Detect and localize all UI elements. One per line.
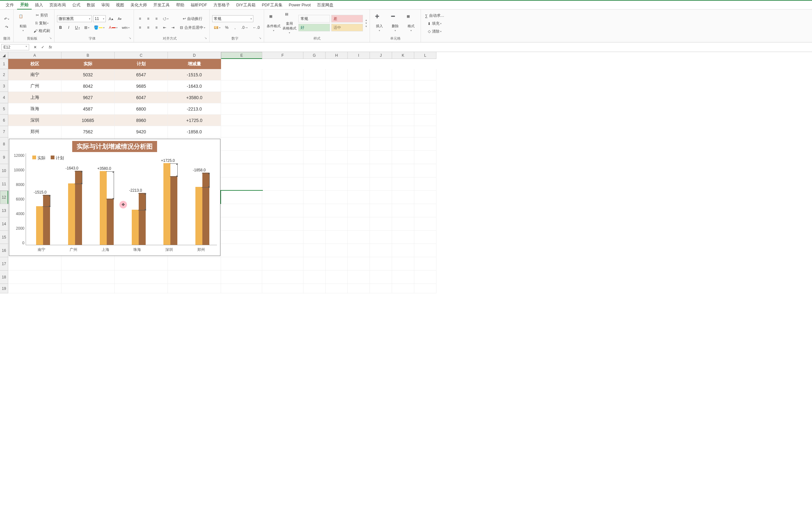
bar-actual[interactable] [195, 187, 202, 245]
cell[interactable] [61, 271, 115, 284]
cell[interactable] [168, 271, 221, 284]
row-header-3[interactable]: 3 [0, 81, 8, 92]
cell[interactable] [370, 217, 392, 231]
chart[interactable]: 实际与计划增减情况分析图120001000080006000400020000实… [9, 139, 221, 256]
cell[interactable] [392, 126, 414, 138]
tab-DIY工具箱[interactable]: DIY工具箱 [233, 1, 259, 9]
row-header-4[interactable]: 4 [0, 92, 8, 103]
table-cell[interactable]: 8042 [61, 81, 115, 92]
cell[interactable] [303, 103, 325, 115]
table-cell[interactable]: 深圳 [8, 115, 61, 126]
cell[interactable] [370, 115, 392, 126]
table-cell[interactable]: -1643.0 [168, 81, 221, 92]
cell[interactable] [262, 92, 303, 103]
row-header-19[interactable]: 19 [0, 284, 8, 293]
cell[interactable] [348, 126, 370, 138]
italic-button[interactable]: I [65, 24, 72, 31]
align-bottom-button[interactable]: ≡ [153, 15, 160, 22]
bar-plan[interactable] [202, 173, 209, 245]
bold-button[interactable]: B [57, 24, 64, 31]
cell[interactable] [8, 257, 61, 271]
table-cell[interactable]: -1515.0 [168, 69, 221, 81]
tab-文件[interactable]: 文件 [3, 1, 17, 9]
bar-plan[interactable] [170, 176, 177, 245]
cell[interactable] [262, 217, 303, 231]
table-cell[interactable]: 南宁 [8, 69, 61, 81]
cell[interactable] [370, 103, 392, 115]
increase-decimal-button[interactable]: .0→ [240, 24, 250, 31]
style-normal[interactable]: 常规 [298, 15, 330, 23]
table-header[interactable]: 计划 [115, 59, 168, 69]
cell[interactable] [262, 151, 303, 164]
cell[interactable] [348, 284, 370, 293]
cell[interactable] [325, 69, 348, 81]
cell[interactable] [370, 244, 392, 257]
autosum-button[interactable]: ∑ 自动求… [424, 13, 446, 19]
cell[interactable] [325, 138, 348, 151]
cell[interactable] [414, 177, 436, 191]
tab-数据[interactable]: 数据 [84, 1, 98, 9]
cell[interactable] [370, 126, 392, 138]
cell[interactable] [168, 257, 221, 271]
increase-font-button[interactable]: A▴ [107, 15, 115, 22]
cell[interactable] [325, 244, 348, 257]
cell[interactable] [348, 244, 370, 257]
cell[interactable] [414, 231, 436, 244]
cell[interactable] [348, 204, 370, 217]
cell[interactable] [262, 81, 303, 92]
cell[interactable] [221, 69, 262, 81]
cell[interactable] [8, 271, 61, 284]
cell[interactable] [303, 204, 325, 217]
cell[interactable] [262, 126, 303, 138]
cell[interactable] [392, 244, 414, 257]
table-cell[interactable]: 4587 [61, 103, 115, 115]
cell[interactable] [303, 151, 325, 164]
table-header[interactable]: 校区 [8, 59, 61, 69]
cell[interactable] [392, 69, 414, 81]
decrease-decimal-button[interactable]: ←.0 [251, 24, 261, 31]
cancel-formula-button[interactable]: ✕ [32, 44, 39, 51]
redo-button[interactable]: ↷ [3, 24, 11, 31]
tab-百度网盘[interactable]: 百度网盘 [314, 1, 337, 9]
row-header-9[interactable]: 9 [0, 151, 8, 164]
cell-styles-gallery[interactable]: 常规 差 好 适中 [298, 15, 363, 31]
table-format-button[interactable]: ▤ 套用 表格格式▾ [283, 12, 296, 34]
row-header-10[interactable]: 10 [0, 164, 8, 177]
cell[interactable] [414, 126, 436, 138]
col-header-H[interactable]: H [325, 52, 348, 59]
accept-formula-button[interactable]: ✓ [39, 44, 46, 51]
cell[interactable] [115, 271, 168, 284]
cell[interactable] [370, 92, 392, 103]
merge-center-button[interactable]: ⊟ 合并后居中 [178, 24, 207, 31]
cell[interactable] [325, 151, 348, 164]
row-header-2[interactable]: 2 [0, 69, 8, 81]
cell[interactable] [348, 81, 370, 92]
cell[interactable] [414, 244, 436, 257]
style-bad[interactable]: 差 [331, 15, 363, 23]
cell[interactable] [414, 151, 436, 164]
cell[interactable] [348, 92, 370, 103]
cell[interactable] [325, 115, 348, 126]
cell[interactable] [392, 138, 414, 151]
cell[interactable] [348, 138, 370, 151]
cell[interactable] [221, 191, 262, 204]
table-header[interactable]: 实际 [61, 59, 115, 69]
insert-cells-button[interactable]: ➕插入▾ [372, 12, 386, 34]
cell[interactable] [392, 92, 414, 103]
cell[interactable] [221, 271, 262, 284]
table-cell[interactable]: 广州 [8, 81, 61, 92]
cell[interactable] [370, 164, 392, 177]
number-launcher-icon[interactable]: ↘ [258, 36, 261, 39]
tab-美化大师[interactable]: 美化大师 [127, 1, 150, 9]
cell[interactable] [221, 92, 262, 103]
cell[interactable] [303, 69, 325, 81]
font-size-select[interactable]: 11 ▾ [93, 15, 106, 22]
cell[interactable] [115, 257, 168, 271]
cell[interactable] [370, 284, 392, 293]
table-cell[interactable]: -1858.0 [168, 126, 221, 138]
cell[interactable] [221, 115, 262, 126]
cell[interactable] [303, 191, 325, 204]
currency-button[interactable]: 💴 [212, 24, 222, 31]
cell[interactable] [262, 244, 303, 257]
cut-button[interactable]: ✂ 剪切 [32, 12, 52, 19]
